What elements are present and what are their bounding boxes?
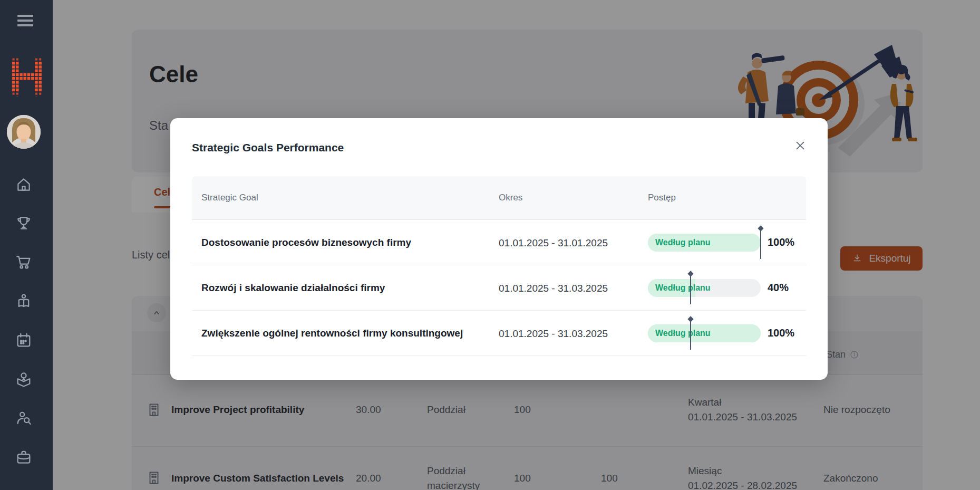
progress-percent: 40% bbox=[768, 282, 789, 294]
logo-h[interactable] bbox=[11, 57, 42, 97]
sidebar bbox=[0, 0, 53, 490]
progress-bar: Według planu bbox=[648, 279, 761, 297]
app-window: Cele Sta bbox=[0, 0, 980, 490]
status-badge: Według planu bbox=[655, 329, 711, 338]
progress-percent: 100% bbox=[768, 327, 794, 339]
user-avatar[interactable] bbox=[7, 115, 41, 149]
briefcase-icon[interactable] bbox=[15, 448, 33, 466]
calendar-icon[interactable] bbox=[15, 331, 33, 349]
idea-book-icon[interactable] bbox=[15, 370, 33, 388]
goal-period: 01.01.2025 - 31.03.2025 bbox=[499, 283, 608, 294]
table-header-row: Strategic Goal Okres Postęp bbox=[192, 176, 806, 220]
strategic-goals-table: Strategic Goal Okres Postęp Dostosowanie… bbox=[192, 176, 806, 356]
goal-period: 01.01.2025 - 31.01.2025 bbox=[499, 237, 608, 249]
time-marker bbox=[690, 317, 691, 350]
trophy-icon[interactable] bbox=[15, 214, 33, 232]
time-marker bbox=[690, 272, 691, 304]
avatar-image bbox=[7, 115, 41, 149]
goal-name: Rozwój i skalowanie działalności firmy bbox=[201, 282, 385, 294]
table-row[interactable]: Rozwój i skalowanie działalności firmy 0… bbox=[192, 265, 806, 311]
table-row[interactable]: Dostosowanie procesów biznesowych firmy … bbox=[192, 220, 806, 265]
column-header-postep: Postęp bbox=[648, 193, 676, 203]
cart-icon[interactable] bbox=[15, 253, 33, 271]
modal-title: Strategic Goals Performance bbox=[192, 141, 344, 154]
goal-name: Dostosowanie procesów biznesowych firmy bbox=[201, 237, 411, 248]
progress-percent: 100% bbox=[768, 236, 794, 248]
table-row[interactable]: Zwiększenie ogólnej rentowności firmy ko… bbox=[192, 311, 806, 356]
close-icon bbox=[794, 140, 806, 151]
progress-bar: Według planu bbox=[648, 234, 761, 252]
column-header-goal: Strategic Goal bbox=[201, 193, 258, 203]
reading-icon[interactable] bbox=[15, 292, 33, 310]
time-marker bbox=[760, 226, 761, 259]
goal-name: Zwiększenie ogólnej rentowności firmy ko… bbox=[201, 328, 463, 339]
strategic-goals-modal: Strategic Goals Performance Strategic Go… bbox=[170, 118, 828, 380]
column-header-okres: Okres bbox=[499, 193, 522, 203]
goal-period: 01.01.2025 - 31.03.2025 bbox=[499, 328, 608, 340]
status-badge: Według planu bbox=[655, 283, 711, 293]
person-search-icon[interactable] bbox=[15, 409, 33, 427]
close-button[interactable] bbox=[790, 136, 810, 156]
home-icon[interactable] bbox=[15, 176, 33, 194]
menu-icon[interactable] bbox=[17, 15, 33, 29]
status-badge: Według planu bbox=[655, 238, 711, 247]
progress-bar: Według planu bbox=[648, 324, 761, 342]
